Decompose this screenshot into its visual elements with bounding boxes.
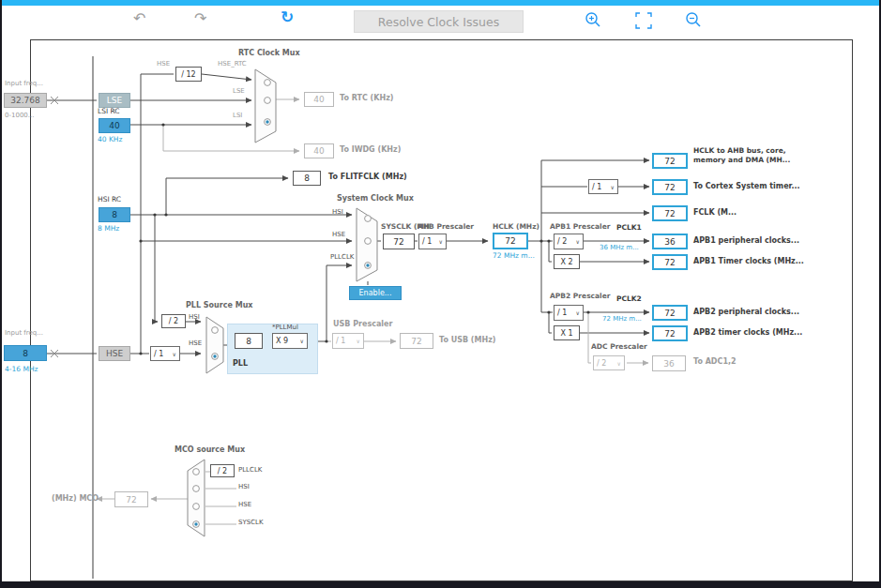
pll-mux-radio-hsi[interactable] — [212, 327, 219, 334]
mco-freq-field[interactable]: 72 — [114, 491, 148, 507]
adc-prescaler-dropdown[interactable]: / 2∨ — [593, 355, 625, 370]
rtc-hse-divider[interactable]: / 12 — [175, 67, 202, 82]
sys-mux-radio-hse[interactable] — [365, 238, 372, 245]
ahb-prescaler-value: / 1 — [422, 237, 432, 246]
ahb-prescaler-label: AHB Prescaler — [418, 223, 474, 232]
hse-source-box[interactable]: HSE — [99, 346, 130, 361]
rtc-mux-radio-hse-rtc[interactable] — [265, 80, 271, 86]
hclk-freq-field[interactable]: 72 — [493, 233, 528, 249]
adc-freq-field[interactable]: 36 — [652, 355, 686, 371]
to-usb-label: To USB (MHz) — [439, 336, 495, 344]
mco-input-hsi-label: HSI — [238, 483, 250, 490]
usb-prescaler-value: / 1 — [336, 337, 345, 345]
chevron-down-icon: ∨ — [173, 351, 176, 357]
pll-block-label: PLL — [233, 359, 248, 368]
cortex-freq-field[interactable]: 72 — [652, 179, 688, 195]
mco-mux-radio-hsi[interactable] — [193, 486, 200, 492]
apb1-timer-freq-field[interactable]: 72 — [652, 254, 688, 270]
chevron-down-icon: ∨ — [611, 184, 615, 190]
usb-freq-field[interactable]: 72 — [400, 333, 433, 349]
apb2-peripheral-label: APB2 peripheral clocks... — [693, 308, 799, 316]
hse-prediv-dropdown[interactable]: / 1∨ — [150, 346, 180, 361]
cortex-prescaler-value: / 1 — [592, 183, 601, 191]
fclk-freq-field[interactable]: 72 — [652, 205, 688, 221]
pllmul-dropdown[interactable]: X 9∨ — [272, 333, 308, 349]
adc-prescaler-value: / 2 — [597, 359, 606, 368]
iwdg-freq-field[interactable]: 40 — [304, 143, 334, 158]
pllmul-value: X 9 — [276, 337, 288, 345]
pclk1-max-note: 36 MHz m... — [600, 244, 639, 251]
cortex-prescaler-dropdown[interactable]: / 1∨ — [588, 179, 618, 194]
apb2-prescaler-value: / 1 — [557, 309, 567, 317]
to-iwdg-label: To IWDG (KHz) — [340, 145, 401, 154]
system-clock-mux-title: System Clock Mux — [337, 194, 414, 203]
sysclk-freq-field[interactable]: 72 — [383, 234, 415, 249]
to-flitfclk-label: To FLITFCLK (MHz) — [328, 173, 407, 181]
pclk1-freq-field[interactable]: 36 — [652, 234, 688, 249]
lse-source-box[interactable]: LSE — [99, 93, 130, 108]
lse-input-freq-label: Input freq... — [5, 80, 43, 87]
pll-input-hse-label: HSE — [189, 339, 202, 347]
pll-source-mux-shape — [206, 317, 223, 373]
apb2-timer-freq-field[interactable]: 72 — [652, 325, 688, 341]
hsi-freq-field[interactable]: 8 — [99, 207, 130, 222]
rtc-lsi-label: LSI — [233, 112, 242, 119]
sysmux-input-pllclk-label: PLLCLK — [330, 253, 354, 261]
mco-mux-radio-pllclk[interactable] — [193, 469, 200, 475]
lse-input-freq-range: 0-1000... — [5, 112, 34, 119]
mco-mux-radio-hse[interactable] — [193, 504, 200, 510]
mco-out-label: (MHz) MCO — [52, 494, 99, 503]
enable-css-button[interactable]: Enable... — [349, 286, 402, 300]
sys-mux-radio-hsi[interactable] — [365, 216, 372, 222]
fclk-label: FCLK (M... — [693, 208, 737, 217]
pclk1-label: PCLK1 — [616, 224, 642, 233]
mco-input-pllclk-label: PLLCLK — [238, 466, 262, 474]
sysmux-input-hse-label: HSE — [332, 231, 345, 238]
hclk-max-note: 72 MHz m... — [493, 252, 535, 261]
mco-input-sysclk-label: SYSCLK — [238, 519, 264, 526]
chevron-down-icon: ∨ — [439, 238, 443, 245]
apb2-timer-multiplier: X 1 — [554, 325, 580, 340]
hse-input-freq-label: Input freq... — [5, 329, 43, 337]
apb2-prescaler-dropdown[interactable]: / 1∨ — [554, 305, 584, 321]
lse-input-freq-field[interactable]: 32.768 — [4, 93, 47, 108]
apb1-timer-multiplier: X 2 — [554, 254, 580, 269]
apb1-prescaler-value: / 2 — [557, 237, 567, 246]
apb1-prescaler-dropdown[interactable]: / 2∨ — [554, 234, 584, 249]
apb1-timer-label: APB1 Timer clocks (MHz... — [693, 257, 804, 265]
flitf-freq-field[interactable]: 8 — [293, 171, 321, 186]
apb2-prescaler-label: APB2 Prescaler — [550, 293, 610, 301]
ahb-prescaler-dropdown[interactable]: / 1∨ — [418, 234, 447, 249]
usb-prescaler-title: USB Prescaler — [333, 320, 392, 328]
usb-prescaler-dropdown[interactable]: / 1∨ — [332, 333, 364, 349]
hse-rtc-label: HSE_RTC — [218, 60, 247, 68]
clock-configuration-screen: ↶ ↷ ↻ Resolve Clock Issues — [0, 0, 881, 588]
apb2-timer-label: APB2 timer clocks (MHz... — [693, 328, 802, 337]
rtc-hse-label: HSE — [157, 60, 170, 68]
pclk2-max-note: 72 MHz m... — [602, 315, 642, 323]
lsi-freq-field[interactable]: 40 — [99, 118, 130, 133]
rtc-lse-label: LSE — [233, 87, 245, 95]
chevron-down-icon: ∨ — [617, 360, 621, 367]
bottom-bar — [2, 581, 879, 588]
pll-source-mux-title: PLL Source Mux — [186, 301, 253, 309]
mco-pll-divider: / 2 — [210, 464, 235, 477]
hclk-ahb-freq-field[interactable]: 72 — [652, 153, 688, 169]
pclk2-label: PCLK2 — [616, 295, 642, 304]
to-adc-label: To ADC1,2 — [693, 357, 737, 366]
lsi-rc-label: LSI RC — [98, 108, 120, 116]
pll-input-hsi-label: HSI — [189, 313, 200, 321]
pll-input-freq-field[interactable]: 8 — [235, 333, 263, 349]
rtc-mux-radio-lse[interactable] — [265, 98, 271, 104]
hclk-label: HCLK (MHz) — [493, 223, 539, 232]
apb1-prescaler-label: APB1 Prescaler — [550, 223, 610, 232]
hse-input-freq-range: 4-16 MHz — [5, 366, 38, 374]
pclk2-freq-field[interactable]: 72 — [652, 305, 688, 321]
adc-prescaler-label: ADC Prescaler — [591, 343, 647, 352]
mco-input-hse-label: HSE — [238, 501, 251, 508]
chevron-down-icon: ∨ — [300, 338, 304, 344]
hsi-freq-caption: 8 MHz — [98, 225, 119, 234]
hse-prediv-value: / 1 — [154, 350, 163, 358]
rtc-freq-field[interactable]: 40 — [304, 92, 334, 107]
hse-input-freq-field[interactable]: 8 — [4, 345, 47, 361]
